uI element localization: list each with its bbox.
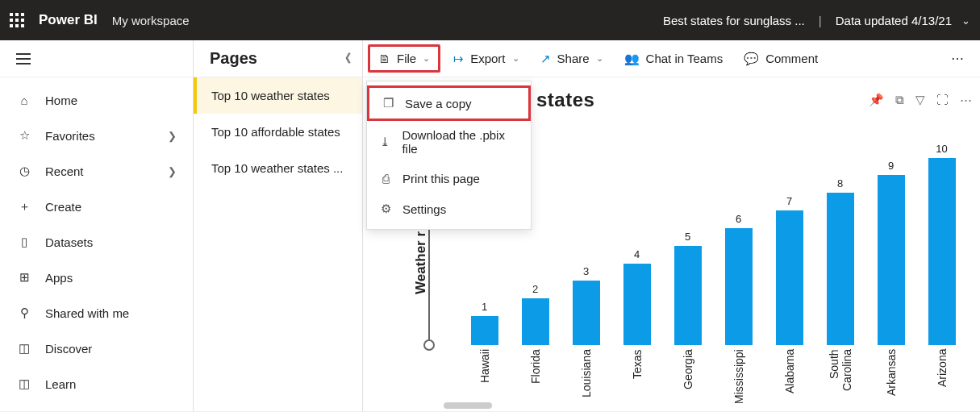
menu-label: Print this page [402, 172, 480, 185]
bar[interactable]: 9 [869, 160, 913, 345]
nav-item-datasets[interactable]: ▯ Datasets [0, 224, 193, 260]
menu-item-save-copy[interactable]: ❐ Save a copy [367, 85, 531, 121]
bar-series: 12345678910 [462, 127, 964, 345]
left-nav: ⌂ Home ☆ Favorites ❯ ◷ Recent ❯ ＋ Create… [0, 40, 194, 411]
collapse-pane-icon[interactable]: 《 [340, 52, 348, 66]
share-label: Share [557, 52, 590, 65]
x-tick-label: Florida [513, 349, 557, 397]
chevron-down-icon: ⌄ [423, 53, 430, 64]
export-label: Export [470, 52, 505, 65]
menu-item-settings[interactable]: ⚙ Settings [367, 194, 531, 224]
nav-label: Apps [45, 271, 73, 285]
x-tick-label: South Carolina [818, 349, 862, 397]
comment-icon: 💬 [744, 52, 759, 66]
report-toolbar: 🗎 File ⌄ ↦ Export ⌄ ↗ Share ⌄ 👥 Chat in … [363, 40, 980, 77]
nav-item-apps[interactable]: ⊞ Apps [0, 260, 193, 295]
nav-item-learn[interactable]: ◫ Learn [0, 366, 193, 402]
file-menu-button[interactable]: 🗎 File ⌄ [368, 44, 440, 73]
bar-value-label: 7 [786, 195, 792, 207]
bar[interactable]: 1 [462, 301, 507, 345]
nav-item-home[interactable]: ⌂ Home [0, 82, 193, 118]
bar-value-label: 10 [936, 143, 947, 155]
page-item[interactable]: Top 10 affordable states [194, 114, 362, 150]
menu-label: Download the .pbix file [402, 128, 519, 156]
nav-label: Recent [45, 164, 84, 178]
data-updated-label[interactable]: Data updated 4/13/21 [836, 14, 952, 27]
nav-item-recent[interactable]: ◷ Recent ❯ [0, 153, 193, 189]
x-tick-label: Mississippi [716, 349, 761, 397]
bar[interactable]: 6 [716, 213, 761, 345]
nav-label: Datasets [45, 235, 93, 249]
nav-label: Create [45, 200, 81, 214]
x-tick-label: Louisiana [564, 349, 608, 397]
more-options-button[interactable]: ⋯ [945, 48, 972, 69]
chevron-down-icon[interactable]: ⌄ [961, 15, 970, 27]
chevron-down-icon: ⌄ [512, 53, 519, 64]
chevron-down-icon: ⌄ [596, 53, 603, 64]
horizontal-scrollbar[interactable] [444, 402, 492, 409]
nav-toggle-button[interactable] [0, 40, 193, 77]
bar[interactable]: 8 [818, 177, 862, 345]
bar[interactable]: 7 [767, 195, 811, 345]
page-item[interactable]: Top 10 weather states ... [194, 150, 362, 186]
shared-icon: ⚲ [16, 306, 32, 320]
comment-button[interactable]: 💬 Comment [734, 47, 828, 71]
pages-title: Pages [210, 49, 257, 68]
workspace-name[interactable]: My workspace [112, 14, 190, 27]
nav-label: Learn [45, 377, 76, 391]
bar[interactable]: 4 [615, 248, 659, 345]
page-item[interactable]: Top 10 weather states [194, 77, 362, 114]
nav-label: Home [45, 94, 77, 107]
filter-icon[interactable]: ▽ [915, 93, 925, 107]
bar[interactable]: 2 [513, 283, 557, 345]
bar-value-label: 3 [583, 265, 589, 277]
clock-icon: ◷ [16, 164, 32, 178]
nav-label: Discover [45, 342, 92, 356]
nav-item-create[interactable]: ＋ Create [0, 189, 193, 224]
bar-value-label: 4 [634, 248, 640, 260]
x-tick-label: Arkansas [869, 349, 913, 397]
database-icon: ▯ [16, 235, 32, 249]
x-tick-label: Georgia [665, 349, 710, 397]
teams-icon: 👥 [624, 52, 640, 66]
y-axis-label: Weather r [413, 231, 429, 293]
print-icon: ⎙ [378, 172, 393, 185]
document-title[interactable]: Best states for sunglass ... [663, 14, 805, 27]
gear-icon: ⚙ [378, 202, 393, 216]
nav-item-discover[interactable]: ◫ Discover [0, 331, 193, 366]
download-icon: ⤓ [378, 135, 392, 149]
file-label: File [397, 52, 416, 65]
share-button[interactable]: ↗ Share ⌄ [531, 47, 613, 71]
bar[interactable]: 10 [920, 143, 964, 345]
learn-icon: ◫ [16, 377, 32, 391]
bar[interactable]: 3 [564, 265, 608, 345]
menu-item-download[interactable]: ⤓ Download the .pbix file [367, 120, 531, 164]
nav-item-favorites[interactable]: ☆ Favorites ❯ [0, 118, 193, 153]
report-canvas: 🗎 File ⌄ ↦ Export ⌄ ↗ Share ⌄ 👥 Chat in … [363, 40, 980, 411]
menu-label: Settings [402, 202, 446, 216]
export-button[interactable]: ↦ Export ⌄ [444, 47, 528, 71]
x-tick-label: Arizona [920, 349, 964, 397]
home-icon: ⌂ [16, 94, 32, 107]
focus-mode-icon[interactable]: ⛶ [936, 93, 949, 107]
bar-value-label: 2 [532, 283, 538, 295]
bar-value-label: 6 [736, 213, 741, 225]
bar-value-label: 9 [888, 160, 894, 172]
nav-item-shared[interactable]: ⚲ Shared with me [0, 295, 193, 331]
pages-pane: Pages 《 Top 10 weather states Top 10 aff… [194, 40, 363, 411]
menu-item-print[interactable]: ⎙ Print this page [367, 164, 531, 194]
app-launcher-icon[interactable] [10, 13, 24, 27]
copy-icon[interactable]: ⧉ [895, 93, 904, 107]
nav-label: Favorites [45, 129, 95, 143]
save-copy-icon: ❐ [381, 96, 395, 110]
bar-value-label: 8 [837, 177, 843, 189]
comment-label: Comment [765, 52, 818, 65]
visual-more-icon[interactable]: ⋯ [960, 93, 972, 107]
teams-label: Chat in Teams [646, 52, 724, 65]
menu-label: Save a copy [405, 97, 472, 110]
bar[interactable]: 5 [665, 231, 710, 345]
visual-action-bar: 📌 ⧉ ▽ ⛶ ⋯ [869, 93, 972, 107]
teams-button[interactable]: 👥 Chat in Teams [615, 47, 733, 71]
pin-icon[interactable]: 📌 [869, 93, 884, 107]
plus-icon: ＋ [16, 199, 32, 214]
